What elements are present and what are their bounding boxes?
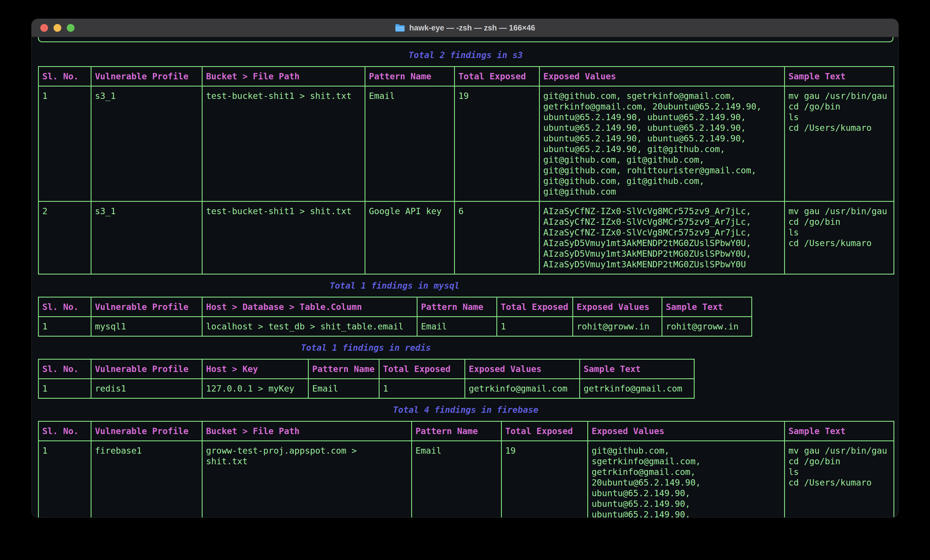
table-cell: firebase1 xyxy=(91,441,202,518)
findings-section-firebase: Total 4 findings in firebaseSl. No.Vulne… xyxy=(38,405,893,517)
header-cell: Exposed Values xyxy=(465,359,580,379)
table-cell: 1 xyxy=(38,379,91,399)
header-cell: Host > Key xyxy=(202,359,308,379)
previous-table-bottom-edge xyxy=(38,37,893,42)
window-title-area: hawk-eye — -zsh — zsh — 166×46 xyxy=(395,24,535,32)
table-row: 2s3_1test-bucket-shit1 > shit.txtGoogle … xyxy=(38,201,894,274)
header-row: Sl. No.Vulnerable ProfileBucket > File P… xyxy=(38,422,894,441)
terminal-body: Total 2 findings in s3Sl. No.Vulnerable … xyxy=(32,37,898,517)
header-row: Sl. No.Vulnerable ProfileBucket > File P… xyxy=(38,67,894,86)
header-cell: Bucket > File Path xyxy=(202,422,412,441)
header-cell: Vulnerable Profile xyxy=(91,422,202,441)
findings-table-redis: Sl. No.Vulnerable ProfileHost > KeyPatte… xyxy=(38,359,694,399)
table-cell: localhost > test_db > shit_table.email xyxy=(202,317,417,336)
table-row: 1redis1127.0.0.1 > myKeyEmail1getrkinfo@… xyxy=(38,379,694,399)
table-cell: mv gau /usr/bin/gau cd /go/bin ls cd /Us… xyxy=(785,86,894,201)
header-cell: Pattern Name xyxy=(412,422,502,441)
header-cell: Sl. No. xyxy=(38,67,91,86)
traffic-lights xyxy=(40,24,74,32)
table-cell: Google API key xyxy=(365,201,455,274)
findings-section-s3: Total 2 findings in s3Sl. No.Vulnerable … xyxy=(38,50,893,275)
header-cell: Sample Text xyxy=(785,422,894,441)
table-cell: git@github.com, sgetrkinfo@gmail.com, ge… xyxy=(539,86,785,201)
header-cell: Sample Text xyxy=(785,67,894,86)
terminal-window: hawk-eye — -zsh — zsh — 166×46 Total 2 f… xyxy=(32,19,898,517)
header-cell: Vulnerable Profile xyxy=(91,67,202,86)
table-cell: Email xyxy=(308,379,379,399)
table-cell: s3_1 xyxy=(91,86,202,201)
header-cell: Sample Text xyxy=(580,359,694,379)
table-cell: Email xyxy=(412,441,502,518)
findings-sections: Total 2 findings in s3Sl. No.Vulnerable … xyxy=(38,50,892,517)
table-cell: mv gau /usr/bin/gau cd /go/bin ls cd /Us… xyxy=(785,441,894,518)
table-cell: 1 xyxy=(38,441,91,518)
header-cell: Total Exposed xyxy=(502,422,588,441)
findings-section-redis: Total 1 findings in redisSl. No.Vulnerab… xyxy=(38,342,694,399)
findings-table-firebase: Sl. No.Vulnerable ProfileBucket > File P… xyxy=(38,421,894,517)
window-title: hawk-eye — -zsh — zsh — 166×46 xyxy=(409,24,535,32)
table-cell: 2 xyxy=(38,201,91,274)
header-cell: Exposed Values xyxy=(588,422,785,441)
folder-icon xyxy=(395,24,405,32)
findings-table-s3: Sl. No.Vulnerable ProfileBucket > File P… xyxy=(38,66,894,275)
header-cell: Total Exposed xyxy=(497,297,573,317)
header-cell: Host > Database > Table.Column xyxy=(202,297,417,317)
header-cell: Sl. No. xyxy=(38,359,91,379)
findings-section-mysql: Total 1 findings in mysqlSl. No.Vulnerab… xyxy=(38,280,751,337)
header-cell: Sample Text xyxy=(662,297,752,317)
table-cell: 6 xyxy=(455,201,539,274)
table-cell: getrkinfo@gmail.com xyxy=(465,379,580,399)
header-row: Sl. No.Vulnerable ProfileHost > Database… xyxy=(38,297,752,317)
table-row: 1mysql1localhost > test_db > shit_table.… xyxy=(38,317,752,336)
findings-table-mysql: Sl. No.Vulnerable ProfileHost > Database… xyxy=(38,297,752,337)
table-cell: redis1 xyxy=(91,379,202,399)
table-cell: mysql1 xyxy=(91,317,202,336)
table-cell: rohit@groww.in xyxy=(573,317,662,336)
table-cell: 1 xyxy=(38,317,91,336)
header-cell: Vulnerable Profile xyxy=(91,359,202,379)
table-cell: 127.0.0.1 > myKey xyxy=(202,379,308,399)
zoom-button[interactable] xyxy=(67,24,74,32)
table-cell: AIzaSyCfNZ-IZx0-SlVcVg8MCr575zv9_Ar7jLc,… xyxy=(539,201,785,274)
table-cell: mv gau /usr/bin/gau cd /go/bin ls cd /Us… xyxy=(785,201,894,274)
header-cell: Pattern Name xyxy=(308,359,379,379)
header-cell: Total Exposed xyxy=(379,359,465,379)
header-cell: Sl. No. xyxy=(38,422,91,441)
table-cell: 1 xyxy=(38,86,91,201)
section-title-s3: Total 2 findings in s3 xyxy=(38,50,893,60)
table-cell: Email xyxy=(365,86,455,201)
section-title-redis: Total 1 findings in redis xyxy=(38,342,694,353)
table-cell: 1 xyxy=(379,379,465,399)
minimize-button[interactable] xyxy=(54,24,61,32)
table-cell: git@github.com, sgetrkinfo@gmail.com, ge… xyxy=(588,441,785,518)
header-cell: Vulnerable Profile xyxy=(91,297,202,317)
table-cell: 19 xyxy=(455,86,539,201)
header-cell: Bucket > File Path xyxy=(202,67,365,86)
header-cell: Pattern Name xyxy=(365,67,455,86)
header-cell: Pattern Name xyxy=(417,297,497,317)
header-cell: Total Exposed xyxy=(455,67,539,86)
table-cell: rohit@groww.in xyxy=(662,317,752,336)
header-cell: Exposed Values xyxy=(573,297,662,317)
table-cell: Email xyxy=(417,317,497,336)
table-row: 1s3_1test-bucket-shit1 > shit.txtEmail19… xyxy=(38,86,894,201)
header-row: Sl. No.Vulnerable ProfileHost > KeyPatte… xyxy=(38,359,694,379)
table-cell: 19 xyxy=(502,441,588,518)
table-cell: getrkinfo@gmail.com xyxy=(580,379,694,399)
table-cell: groww-test-proj.appspot.com > shit.txt xyxy=(202,441,412,518)
table-cell: test-bucket-shit1 > shit.txt xyxy=(202,86,365,201)
section-title-mysql: Total 1 findings in mysql xyxy=(38,280,751,291)
window-titlebar[interactable]: hawk-eye — -zsh — zsh — 166×46 xyxy=(32,19,898,37)
section-title-firebase: Total 4 findings in firebase xyxy=(38,405,893,415)
table-cell: test-bucket-shit1 > shit.txt xyxy=(202,201,365,274)
header-cell: Sl. No. xyxy=(38,297,91,317)
table-cell: s3_1 xyxy=(91,201,202,274)
header-cell: Exposed Values xyxy=(539,67,785,86)
table-cell: 1 xyxy=(497,317,573,336)
table-row: 1firebase1groww-test-proj.appspot.com > … xyxy=(38,441,894,518)
close-button[interactable] xyxy=(40,24,48,32)
